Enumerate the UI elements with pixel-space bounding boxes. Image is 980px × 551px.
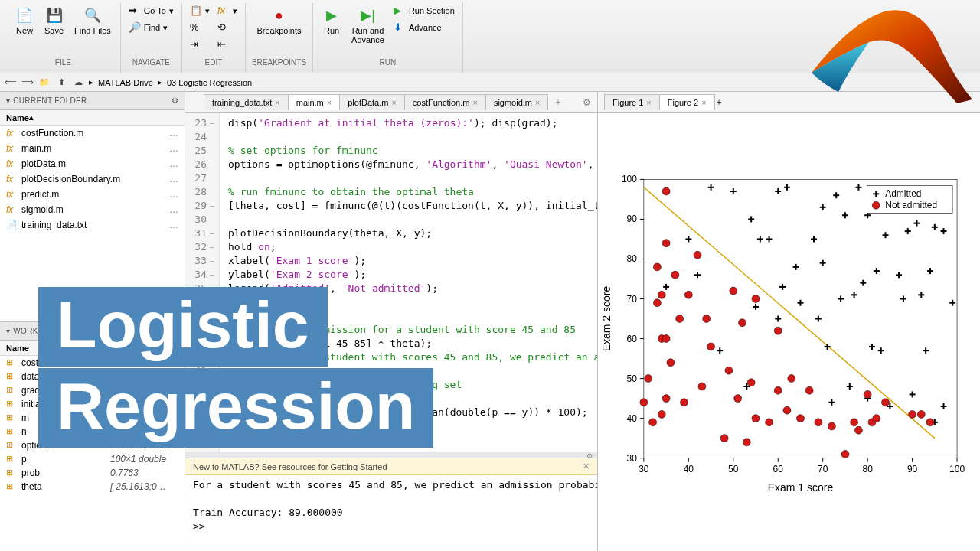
breakpoints-button[interactable]: ●Breakpoints	[253, 3, 304, 38]
svg-point-137	[645, 375, 652, 383]
svg-point-167	[774, 386, 782, 394]
file-row[interactable]: fxplotData.m…	[0, 156, 185, 171]
workspace-row[interactable]: ⊞theta[-25.1613;0…	[0, 480, 185, 494]
file-row[interactable]: fxcostFunction.m…	[0, 126, 185, 141]
refactor-icon: ⟲	[217, 21, 230, 34]
workspace-row[interactable]: ⊞n2	[0, 425, 185, 439]
svg-point-172	[805, 386, 813, 394]
cmd-banner: New to MATLAB? See resources for Getting…	[185, 458, 597, 475]
run-section-icon: ▶	[394, 5, 406, 17]
editor-tab[interactable]: plotData.m×	[339, 94, 405, 110]
svg-point-139	[653, 299, 661, 307]
workspace-row[interactable]: ⊞m100	[0, 411, 185, 425]
edit-refactor-button[interactable]: ⟲	[216, 20, 239, 35]
close-icon[interactable]: ×	[646, 98, 651, 107]
tab-gear-icon[interactable]: ⚙	[577, 97, 597, 108]
edit-comment-button[interactable]: %	[188, 20, 211, 35]
tab-add-button[interactable]: ＋	[547, 96, 569, 109]
svg-point-170	[788, 375, 795, 383]
svg-point-162	[743, 439, 750, 446]
figure-add-button[interactable]: ＋	[714, 96, 724, 109]
workspace-row[interactable]: ⊞cost0.2035	[0, 356, 185, 370]
find-button[interactable]: 🔎Find ▾	[127, 20, 175, 35]
svg-point-154	[698, 383, 706, 390]
svg-text:Exam 1 score: Exam 1 score	[768, 481, 834, 494]
new-button[interactable]: 📄New	[12, 3, 37, 38]
close-icon[interactable]: ×	[391, 98, 396, 107]
svg-point-136	[640, 399, 648, 406]
editor-tabs: training_data.txt×main.m×plotData.m×cost…	[185, 92, 597, 113]
workspace-table: ⊞cost0.2035⊞data100×3 double⊞grad[-0.100…	[0, 356, 185, 551]
edit-insert-button[interactable]: 📋▾	[188, 3, 211, 18]
group-run-label: RUN	[380, 57, 397, 67]
close-icon[interactable]: ×	[701, 98, 706, 107]
figure-tabs: Figure 1×Figure 2×＋	[598, 92, 980, 113]
workspace-row[interactable]: ⊞p100×1 double	[0, 452, 185, 466]
gear-icon[interactable]: ⚙	[172, 327, 178, 335]
nav-fwd-icon[interactable]: ⟹	[21, 77, 34, 89]
breadcrumb-folder[interactable]: 03 Logistic Regression	[167, 78, 252, 87]
svg-text:70: 70	[818, 464, 828, 474]
chevron-down-icon[interactable]: ▾	[6, 327, 10, 335]
edit-outdent-button[interactable]: ⇤	[216, 37, 239, 52]
nav-back-icon[interactable]: ⟸	[5, 77, 17, 89]
workspace-row[interactable]: ⊞initial_th…[0;0;0]	[0, 397, 185, 411]
folder-icon[interactable]: 📁	[38, 77, 51, 89]
figure-tab[interactable]: Figure 1×	[604, 94, 660, 110]
goto-button[interactable]: ➡Go To ▾	[127, 3, 175, 18]
chevron-down-icon[interactable]: ▾	[6, 96, 10, 105]
run-button[interactable]: ▶Run	[319, 3, 344, 38]
workspace-row[interactable]: ⊞grad[-0.1000;-1…	[0, 383, 185, 397]
save-button[interactable]: 💾Save	[41, 3, 67, 38]
breadcrumb-root[interactable]: MATLAB Drive	[98, 78, 153, 87]
gear-icon[interactable]: ⚙	[172, 96, 178, 105]
file-col-name[interactable]: Name ▴	[0, 110, 185, 126]
svg-point-177	[854, 426, 862, 434]
goto-icon: ➡	[129, 5, 141, 17]
file-row[interactable]: 📄training_data.txt…	[0, 217, 185, 233]
svg-point-184	[926, 419, 934, 426]
editor-tab[interactable]: training_data.txt×	[204, 94, 289, 110]
close-icon[interactable]: ×	[472, 98, 477, 107]
svg-point-163	[747, 379, 755, 386]
svg-point-149	[671, 271, 679, 279]
up-icon[interactable]: ⬆	[55, 77, 67, 89]
command-window[interactable]: ⚙ New to MATLAB? See resources for Getti…	[185, 452, 597, 551]
workspace-row[interactable]: ⊞options1×1 Fminun…	[0, 439, 185, 452]
editor-tab[interactable]: costFunction.m×	[404, 94, 486, 110]
svg-point-151	[680, 399, 688, 406]
cmd-gear-btn[interactable]: ⚙	[185, 452, 597, 458]
close-icon[interactable]: ×	[535, 98, 540, 107]
find-files-button[interactable]: 🔍Find Files	[71, 3, 114, 38]
edit-fx-button[interactable]: fx▾	[216, 3, 239, 18]
run-advance-button[interactable]: ▶|Run and Advance	[348, 3, 387, 47]
file-row[interactable]: fxsigmoid.m…	[0, 202, 185, 217]
file-row[interactable]: fxpredict.m…	[0, 187, 185, 202]
svg-point-161	[738, 319, 746, 327]
file-row[interactable]: fxmain.m…	[0, 141, 185, 156]
close-icon[interactable]: ×	[275, 98, 279, 107]
workspace-row[interactable]: ⊞data100×3 double	[0, 370, 185, 383]
svg-point-165	[752, 415, 760, 422]
advance-button[interactable]: ⬇Advance	[392, 20, 456, 35]
svg-point-146	[662, 240, 670, 247]
svg-text:30: 30	[627, 453, 638, 464]
file-row[interactable]: fxplotDecisionBoundary.m…	[0, 171, 185, 187]
svg-point-138	[649, 419, 657, 426]
figure-tab[interactable]: Figure 2×	[659, 94, 715, 110]
editor-tab[interactable]: sigmoid.m×	[485, 94, 549, 110]
ws-col-name[interactable]: Name	[0, 341, 185, 356]
figure-area[interactable]: 3040506070809010030405060708090100Exam 1…	[598, 113, 980, 551]
breakpoints-icon: ●	[270, 6, 288, 24]
svg-point-168	[774, 327, 782, 334]
close-icon[interactable]: ×	[327, 98, 332, 107]
code-editor[interactable]: 23–24 25 26–27 28 29–30 31–32–33–34–35–3…	[185, 113, 597, 452]
save-icon: 💾	[45, 6, 64, 24]
editor-tab[interactable]: main.m×	[288, 94, 341, 110]
svg-text:40: 40	[684, 464, 694, 474]
banner-close-icon[interactable]: ✕	[583, 461, 590, 471]
edit-indent-button[interactable]: ⇥	[188, 37, 211, 52]
workspace-row[interactable]: ⊞prob0.7763	[0, 466, 185, 480]
run-section-button[interactable]: ▶Run Section	[392, 3, 456, 18]
svg-text:60: 60	[627, 334, 638, 344]
